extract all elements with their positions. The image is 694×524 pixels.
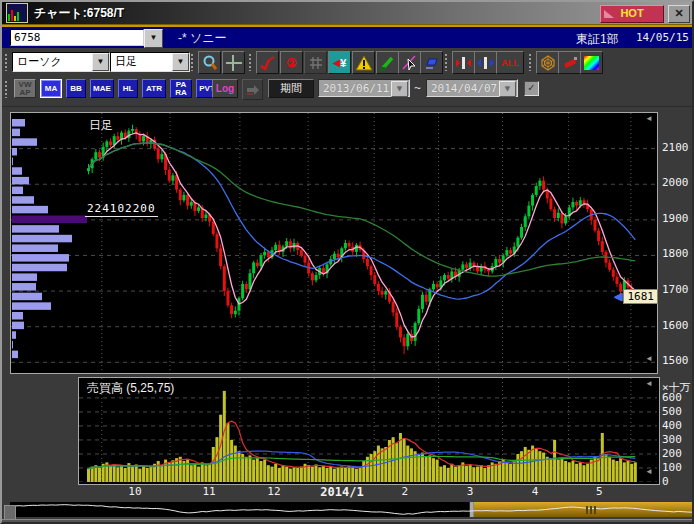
volume-tick-label: 500	[662, 405, 682, 418]
navigator-window[interactable]	[474, 502, 692, 517]
eraser-icon	[424, 55, 440, 71]
date-to-select: 2014/04/07 ▼	[426, 79, 518, 97]
volume-title: 売買高 (5,25,75)	[87, 380, 174, 397]
info-bar: ▼ -* ソニー 東証1部 14/05/15	[2, 27, 692, 48]
web-chart-button[interactable]	[536, 51, 559, 74]
chart-window: { "window": { "title": "チャート:6758/T", "h…	[0, 0, 694, 524]
x-tick-label: 11	[202, 485, 215, 498]
color-palette-button[interactable]	[580, 51, 603, 74]
cursor-line-icon	[402, 55, 418, 71]
volume-tick-label: 600	[662, 391, 682, 404]
x-tick-label: 3	[467, 485, 474, 498]
trendline-button[interactable]	[256, 51, 279, 74]
indicator-button-hl[interactable]: HL	[118, 79, 138, 98]
window-title: チャート:6758/T	[34, 5, 124, 22]
app-icon-bar	[8, 14, 10, 21]
scale-marker[interactable]: ◄	[645, 468, 653, 476]
ma25-line	[89, 143, 636, 299]
gray-arrow-icon	[246, 84, 260, 96]
last-price-label: 1681	[623, 289, 658, 304]
toolbar-row-2: VWAPMABBMAEHLATRPARAPVT Log 期間 2013/06/1…	[2, 78, 692, 100]
price-pane[interactable]: 日足 224102200 ◄ ◄	[10, 112, 658, 374]
grip-handle[interactable]	[4, 80, 9, 98]
indicator-button-atr[interactable]: ATR	[142, 79, 166, 98]
price-tick-label: 1900	[662, 212, 689, 225]
date-from-value: 2013/06/11	[323, 82, 389, 95]
price-plot-canvas[interactable]	[11, 113, 657, 373]
navigator-handle[interactable]	[470, 502, 474, 517]
period-checkbox[interactable]: ✓	[524, 81, 539, 96]
x-tick-label: 2014/1	[320, 485, 363, 499]
chevron-down-icon[interactable]: ▼	[92, 53, 109, 71]
close-button[interactable]: ✕	[668, 5, 690, 23]
warning-icon	[355, 55, 373, 71]
chart-type-select[interactable]: ローソク ▼	[12, 52, 110, 72]
draw-pen-button[interactable]	[376, 51, 399, 74]
all-range-button[interactable]: ALL	[496, 51, 524, 74]
volume-tick-label: 300	[662, 433, 682, 446]
scale-marker[interactable]: ◄	[645, 115, 653, 123]
symbol-dropdown-button[interactable]: ▼	[144, 29, 163, 48]
grip-handle[interactable]	[190, 53, 195, 71]
pen-icon	[380, 55, 396, 71]
close-icon: ✕	[674, 7, 683, 19]
circled-two-button[interactable]: ②	[280, 51, 303, 74]
period-button[interactable]: 期間	[268, 79, 314, 98]
x-tick-label: 2	[401, 485, 408, 498]
status-bar	[2, 519, 692, 524]
shrink-candles-icon	[477, 55, 495, 71]
log-label: Log	[216, 83, 234, 94]
symbol-input[interactable]	[10, 29, 144, 46]
grip-handle[interactable]	[444, 53, 449, 71]
ma5-line	[89, 133, 636, 337]
crosshair-button[interactable]	[222, 51, 245, 74]
date-to-value: 2014/04/07	[431, 82, 497, 95]
expand-candles-icon	[455, 55, 473, 71]
navigator-grip	[594, 506, 596, 514]
chevron-down-icon[interactable]: ▼	[172, 53, 189, 71]
volume-pane[interactable]: 売買高 (5,25,75) ◄ ◄	[78, 377, 660, 485]
scale-marker[interactable]: ◄	[645, 380, 653, 388]
dynamite-icon	[562, 55, 578, 71]
check-icon: ✓	[527, 82, 535, 93]
eraser-button[interactable]	[420, 51, 443, 74]
yen-scale-button[interactable]: ◀ ¥	[328, 51, 351, 74]
volume-profile	[12, 119, 87, 358]
price-tick-label: 2100	[662, 141, 689, 154]
dynamite-button[interactable]	[558, 51, 581, 74]
price-tick-label: 2000	[662, 176, 689, 189]
hot-button[interactable]: HOT	[600, 5, 664, 23]
toolbar-row-1: ローソク ▼ 日足 ▼ ② ◀ ¥	[2, 51, 692, 73]
chart-type-value: ローソク	[17, 55, 62, 67]
log-scale-button[interactable]: Log	[212, 79, 238, 98]
chevron-down-icon: ▼	[391, 81, 408, 97]
title-bar[interactable]: チャート:6758/T HOT ✕	[2, 2, 692, 24]
indicator-button-mae[interactable]: MAE	[90, 79, 114, 98]
grip-handle[interactable]	[4, 53, 9, 71]
select-line-button[interactable]	[398, 51, 421, 74]
hot-triangle-icon	[604, 10, 614, 18]
grip-handle[interactable]	[248, 53, 253, 71]
navigator-corner	[4, 505, 16, 520]
date-label: 14/05/15	[636, 31, 689, 44]
grip-handle[interactable]	[528, 53, 533, 71]
alert-button[interactable]	[352, 51, 375, 74]
app-icon	[6, 3, 28, 23]
hot-label: HOT	[620, 7, 643, 19]
spider-web-icon	[540, 55, 556, 71]
indicator-button-para[interactable]: PARA	[170, 79, 192, 98]
indicator-button-bb[interactable]: BB	[66, 79, 86, 98]
indicator-button-ma[interactable]: MA	[40, 79, 62, 98]
timeframe-select[interactable]: 日足 ▼	[110, 52, 190, 72]
widen-bars-button[interactable]	[452, 51, 475, 74]
scale-marker[interactable]: ◄	[645, 355, 653, 363]
navigator-strip[interactable]	[10, 502, 692, 517]
zoom-button[interactable]	[198, 51, 221, 74]
price-tick-label: 1700	[662, 283, 689, 296]
trendline-check-icon	[260, 55, 276, 71]
narrow-bars-button[interactable]	[474, 51, 497, 74]
indicator-button-vwap[interactable]: VWAP	[14, 79, 36, 98]
last-price-marker: ◀ 1681	[614, 289, 658, 304]
stock-name: -* ソニー	[178, 30, 227, 47]
rainbow-icon	[584, 56, 599, 70]
